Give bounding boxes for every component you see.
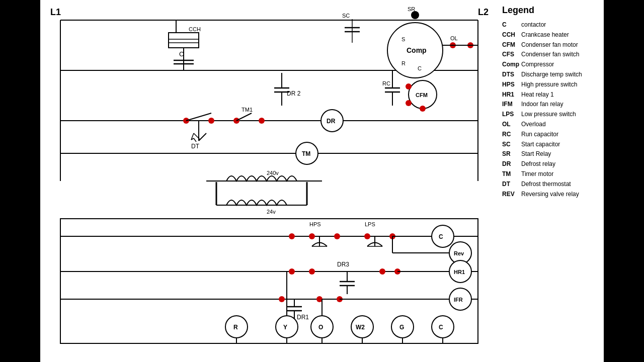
legend-row: CCHCrankcase heater	[502, 31, 600, 39]
l1-label: L1	[50, 7, 61, 17]
legend-row: REVReversing valve relay	[502, 190, 600, 199]
o-terminal: O	[318, 324, 323, 331]
legend-row: IFMIndoor fan relay	[502, 100, 600, 109]
legend-row: SRStart Relay	[502, 150, 600, 158]
c-bottom-terminal: C	[439, 324, 443, 331]
legend-abbr: DTS	[502, 70, 521, 79]
rc-label: RC	[382, 80, 390, 86]
dt-label: DT	[191, 143, 200, 150]
cfm-label: CFM	[416, 92, 428, 98]
c-contactor-label: C	[439, 233, 443, 240]
lps-label: LPS	[365, 221, 375, 227]
comp-s: S	[401, 36, 405, 42]
legend-abbr: CFS	[502, 50, 521, 59]
legend-abbr: RC	[502, 130, 521, 139]
legend-desc: Defrost thermostat	[521, 180, 571, 189]
legend-area: Legend CcontactorCCHCrankcase heaterCFMC…	[498, 0, 604, 362]
hps-label: HPS	[309, 221, 321, 227]
svg-point-13	[411, 11, 419, 19]
legend-desc: Timer motor	[521, 170, 553, 178]
legend-row: CompCompressor	[502, 60, 600, 69]
legend-row: DTSDischarge temp switch	[502, 70, 600, 79]
y-terminal: Y	[283, 324, 287, 331]
legend-desc: Discharge temp switch	[521, 70, 582, 79]
legend-items: CcontactorCCHCrankcase heaterCFMCondense…	[502, 21, 600, 198]
legend-row: TMTimer motor	[502, 170, 600, 178]
legend-abbr: REV	[502, 190, 521, 199]
w2-terminal: W2	[356, 324, 365, 331]
v240-label: 240v	[267, 170, 279, 176]
svg-point-55	[309, 233, 315, 239]
dr2-label: DR 2	[287, 90, 301, 97]
r-terminal: R	[233, 324, 238, 331]
tm-circle-label: TM	[302, 150, 310, 157]
legend-desc: Run capacitor	[521, 130, 558, 139]
g-terminal: G	[399, 324, 404, 331]
legend-row: DRDefrost relay	[502, 160, 600, 168]
legend-abbr: LPS	[502, 110, 521, 119]
legend-desc: Overload	[521, 120, 546, 129]
rev-label: Rev	[454, 250, 464, 256]
comp-c-label: C	[418, 65, 422, 71]
comp-r: R	[401, 60, 406, 66]
svg-point-75	[379, 268, 385, 275]
cch-label: CCH	[189, 26, 201, 32]
dr-circle-label: DR	[327, 118, 336, 125]
legend-abbr: CCH	[502, 31, 521, 39]
legend-row: Ccontactor	[502, 21, 600, 29]
legend-desc: Indoor fan relay	[521, 100, 563, 109]
l2-label: L2	[478, 7, 489, 17]
legend-desc: High pressure switch	[521, 80, 577, 89]
legend-desc: Condenser fan motor	[521, 41, 578, 49]
legend-desc: Crankcase heater	[521, 31, 569, 39]
sc-label: SC	[342, 13, 350, 19]
legend-abbr: IFM	[502, 100, 521, 109]
legend-row: HPSHigh pressure switch	[502, 80, 600, 89]
legend-abbr: OL	[502, 120, 521, 129]
svg-point-54	[289, 233, 295, 239]
svg-point-26	[406, 83, 412, 89]
svg-point-57	[364, 233, 370, 239]
legend-abbr: DR	[502, 160, 521, 168]
legend-desc: Reversing valve relay	[521, 190, 579, 199]
legend-row: OLOverload	[502, 120, 600, 129]
legend-row: CFMCondenser fan motor	[502, 41, 600, 49]
svg-point-56	[334, 233, 340, 239]
legend-desc: Defrost relay	[521, 160, 555, 168]
sr-label: SR	[408, 6, 415, 12]
svg-point-36	[208, 118, 214, 124]
ifr-label: IFR	[454, 297, 463, 303]
legend-abbr: C	[502, 21, 521, 29]
legend-abbr: DT	[502, 180, 521, 189]
tm1-label: TM1	[242, 107, 253, 113]
legend-abbr: HPS	[502, 80, 521, 89]
legend-row: CFSCondenser fan switch	[502, 50, 600, 59]
legend-abbr: CFM	[502, 41, 521, 49]
legend-row: HR1Heat relay 1	[502, 90, 600, 99]
legend-row: DTDefrost thermostat	[502, 180, 600, 189]
legend-title: Legend	[502, 5, 600, 16]
legend-abbr: SR	[502, 150, 521, 158]
svg-point-28	[420, 106, 426, 112]
legend-desc: Condenser fan switch	[521, 50, 579, 59]
comp-label: Comp	[407, 46, 427, 54]
legend-abbr: HR1	[502, 90, 521, 99]
legend-abbr: SC	[502, 140, 521, 149]
hr1-label: HR1	[454, 269, 465, 275]
legend-abbr: Comp	[502, 60, 521, 69]
svg-point-39	[259, 118, 265, 124]
svg-point-80	[279, 296, 285, 302]
legend-row: LPSLow pressure switch	[502, 110, 600, 119]
legend-desc: Heat relay 1	[521, 90, 554, 99]
svg-point-27	[406, 100, 412, 106]
dr1-label: DR1	[297, 314, 309, 321]
legend-desc: contactor	[521, 21, 546, 29]
legend-desc: Low pressure switch	[521, 110, 576, 119]
dr3-label: DR3	[337, 261, 349, 268]
legend-row: SCStart capacitor	[502, 140, 600, 149]
svg-point-74	[309, 268, 315, 275]
legend-desc: Start capacitor	[521, 140, 560, 149]
v24-label: 24v	[267, 209, 276, 215]
legend-row: RCRun capacitor	[502, 130, 600, 139]
diagram-area: L1 L2 CCH C	[40, 0, 498, 362]
